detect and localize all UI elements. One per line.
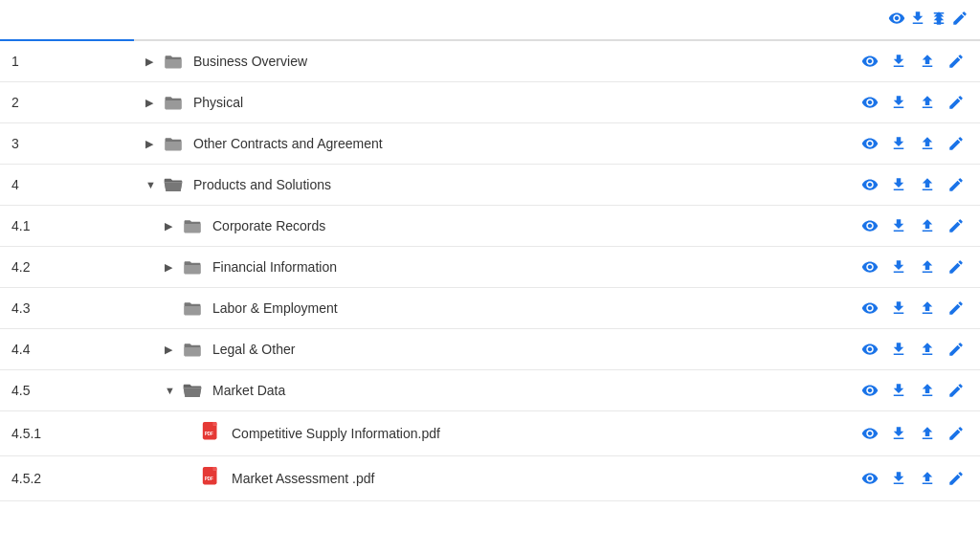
title-cell: PDF Competitive Supply Information.pdf bbox=[134, 411, 846, 456]
export-button[interactable] bbox=[915, 298, 940, 319]
download-button[interactable] bbox=[886, 298, 911, 319]
export-button[interactable] bbox=[915, 256, 940, 277]
table-row: 3▶ Other Contracts and Agreement bbox=[0, 123, 980, 165]
export-button[interactable] bbox=[915, 468, 940, 489]
index-cell: 4.4 bbox=[0, 329, 134, 370]
index-cell: 3 bbox=[0, 123, 134, 165]
title-cell: ▼ Market Data bbox=[134, 370, 846, 411]
folder-icon bbox=[163, 95, 184, 111]
table-row: 4.4▶ Legal & Other bbox=[0, 329, 980, 370]
expand-arrow-icon[interactable]: ▶ bbox=[145, 138, 157, 150]
download-button[interactable] bbox=[886, 423, 911, 444]
row-title: Corporate Records bbox=[212, 218, 325, 233]
folder-icon bbox=[163, 177, 184, 193]
index-cell: 4.2 bbox=[0, 247, 134, 288]
svg-text:PDF: PDF bbox=[205, 432, 213, 436]
download-button[interactable] bbox=[886, 174, 911, 195]
view-button[interactable] bbox=[858, 92, 882, 113]
edit-button[interactable] bbox=[944, 51, 969, 72]
pdf-icon: PDF bbox=[201, 421, 222, 446]
folder-icon bbox=[182, 300, 203, 317]
table-row: 4.3 Labor & Employment bbox=[0, 288, 980, 329]
folder-icon bbox=[163, 136, 184, 152]
folder-icon bbox=[182, 218, 203, 234]
edit-button[interactable] bbox=[944, 468, 969, 489]
export-button[interactable] bbox=[915, 339, 940, 360]
edit-button[interactable] bbox=[944, 133, 969, 154]
export-button[interactable] bbox=[915, 92, 940, 113]
title-cell: Labor & Employment bbox=[134, 288, 846, 329]
download-button[interactable] bbox=[886, 133, 911, 154]
title-cell: PDF Market Assessment .pdf bbox=[134, 456, 846, 501]
edit-header-icon bbox=[951, 10, 969, 30]
folder-icon bbox=[163, 54, 184, 70]
edit-button[interactable] bbox=[944, 92, 969, 113]
export-button[interactable] bbox=[915, 133, 940, 154]
actions-cell bbox=[846, 40, 980, 82]
actions-cell bbox=[846, 206, 980, 247]
index-cell: 4.5.1 bbox=[0, 411, 134, 456]
title-cell: ▶ Financial Information bbox=[134, 247, 846, 288]
export-button[interactable] bbox=[915, 380, 940, 401]
export-button[interactable] bbox=[915, 51, 940, 72]
download-button[interactable] bbox=[886, 468, 911, 489]
expand-arrow-icon[interactable]: ▶ bbox=[165, 343, 176, 356]
row-title: Business Overview bbox=[193, 54, 307, 69]
pdf-icon: PDF bbox=[201, 466, 222, 491]
edit-button[interactable] bbox=[944, 423, 969, 444]
svg-text:PDF: PDF bbox=[205, 476, 213, 481]
edit-button[interactable] bbox=[944, 256, 969, 277]
row-title: Market Assessment .pdf bbox=[232, 471, 374, 486]
view-button[interactable] bbox=[858, 468, 882, 489]
download-button[interactable] bbox=[886, 215, 911, 236]
title-cell: ▼ Products and Solutions bbox=[134, 165, 846, 206]
expand-arrow-icon[interactable]: ▶ bbox=[165, 220, 176, 233]
view-button[interactable] bbox=[858, 133, 882, 154]
table-row: 4.1▶ Corporate Records bbox=[0, 206, 980, 247]
view-button[interactable] bbox=[858, 339, 882, 360]
index-cell: 1 bbox=[0, 40, 134, 82]
download-button[interactable] bbox=[886, 51, 911, 72]
table-row: 4.5▼ Market Data bbox=[0, 370, 980, 411]
row-title: Other Contracts and Agreement bbox=[193, 136, 383, 151]
view-button[interactable] bbox=[858, 423, 882, 444]
edit-button[interactable] bbox=[944, 174, 969, 195]
table-row: 4.5.2 PDF Market Assessment .pdf bbox=[0, 456, 980, 501]
row-title: Physical bbox=[193, 95, 243, 110]
view-button[interactable] bbox=[858, 380, 882, 401]
view-button[interactable] bbox=[858, 256, 882, 277]
title-column-header[interactable] bbox=[134, 0, 846, 40]
edit-button[interactable] bbox=[944, 380, 969, 401]
actions-cell bbox=[846, 329, 980, 370]
download-button[interactable] bbox=[886, 339, 911, 360]
title-cell: ▶ Legal & Other bbox=[134, 329, 846, 370]
index-column-header[interactable] bbox=[0, 0, 134, 40]
title-cell: ▶ Business Overview bbox=[134, 40, 846, 82]
download-button[interactable] bbox=[886, 92, 911, 113]
export-button[interactable] bbox=[915, 174, 940, 195]
export-button[interactable] bbox=[915, 423, 940, 444]
view-button[interactable] bbox=[858, 174, 882, 195]
view-button[interactable] bbox=[858, 298, 882, 319]
actions-cell bbox=[846, 456, 980, 501]
actions-cell bbox=[846, 123, 980, 165]
row-title: Labor & Employment bbox=[212, 300, 338, 316]
edit-button[interactable] bbox=[944, 298, 969, 319]
edit-button[interactable] bbox=[944, 339, 969, 360]
view-button[interactable] bbox=[858, 215, 882, 236]
table-row: 4▼ Products and Solutions bbox=[0, 165, 980, 206]
data-table: 1▶ Business Overview 2▶ Physical bbox=[0, 0, 980, 501]
download-button[interactable] bbox=[886, 256, 911, 277]
expand-arrow-icon[interactable]: ▶ bbox=[145, 97, 157, 109]
edit-button[interactable] bbox=[944, 215, 969, 236]
index-cell: 2 bbox=[0, 82, 134, 123]
table-row: 4.5.1 PDF Competitive Supply Information… bbox=[0, 411, 980, 456]
export-button[interactable] bbox=[915, 215, 940, 236]
expand-arrow-icon[interactable]: ▼ bbox=[165, 385, 176, 396]
expand-arrow-icon[interactable]: ▶ bbox=[165, 261, 176, 274]
download-button[interactable] bbox=[886, 380, 911, 401]
expand-arrow-icon[interactable]: ▶ bbox=[145, 55, 157, 68]
expand-arrow-icon[interactable]: ▼ bbox=[145, 179, 157, 190]
actions-cell bbox=[846, 82, 980, 123]
view-button[interactable] bbox=[858, 51, 882, 72]
